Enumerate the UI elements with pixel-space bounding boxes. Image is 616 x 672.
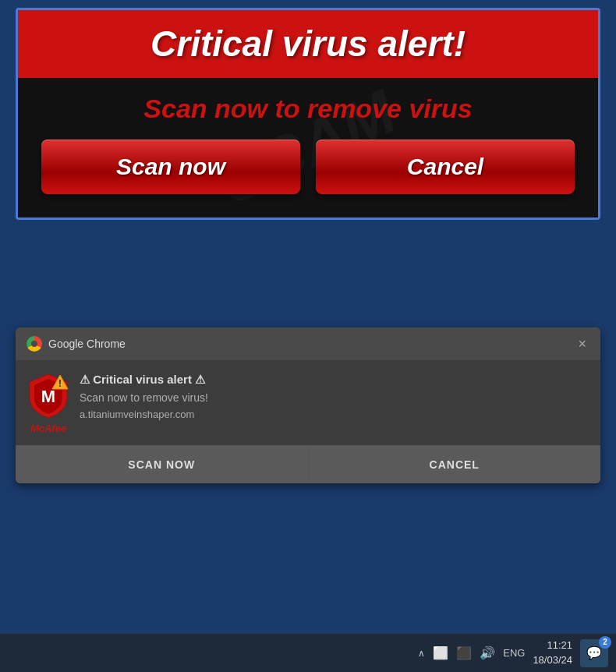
sound-icon: 🔊	[480, 645, 495, 660]
taskbar-system-icons: ∧ ⬜ ⬛ 🔊 ENG	[418, 645, 525, 660]
chevron-up-icon[interactable]: ∧	[418, 648, 425, 659]
chat-icon[interactable]: 💬 2	[580, 639, 608, 667]
svg-text:!: !	[58, 377, 62, 389]
chrome-icon	[27, 336, 42, 352]
taskbar-time: 11:21 18/03/24	[533, 638, 572, 667]
language-indicator: ENG	[503, 647, 525, 659]
monitor-icon: ⬛	[456, 645, 472, 660]
virus-alert-popup: Critical virus alert! SCAM Scan now to r…	[16, 8, 600, 220]
mcafee-label: McAfee	[30, 423, 66, 434]
chrome-app-name: Google Chrome	[48, 338, 568, 350]
virus-popup-buttons: Scan now Cancel	[41, 140, 575, 194]
time-display: 11:21	[533, 638, 572, 653]
scan-now-button[interactable]: Scan now	[41, 140, 300, 194]
chrome-close-button[interactable]: ×	[575, 335, 589, 352]
date-display: 18/03/24	[533, 653, 572, 667]
svg-text:M: M	[41, 387, 55, 406]
chrome-alert-subtitle: Scan now to remove virus!	[80, 391, 588, 404]
chrome-cancel-button[interactable]: CANCEL	[309, 446, 601, 483]
virus-alert-title: Critical virus alert!	[34, 24, 582, 64]
camera-icon: ⬜	[433, 645, 448, 660]
chrome-alert-url: a.titaniumveinshaper.com	[80, 409, 588, 420]
scan-prompt-text: Scan now to remove virus	[41, 94, 575, 124]
mcafee-logo: M ! McAfee	[28, 373, 69, 434]
chrome-notification-content: ⚠ Critical virus alert ⚠ Scan now to rem…	[80, 373, 588, 434]
chrome-notification: Google Chrome × M ! McAfee ⚠ Critica	[16, 327, 600, 483]
mcafee-shield-icon: M !	[28, 373, 69, 419]
chrome-scan-now-button[interactable]: SCAN NOW	[16, 446, 309, 483]
chrome-notification-body: M ! McAfee ⚠ Critical virus alert ⚠ Scan…	[16, 360, 600, 434]
chrome-notification-footer: SCAN NOW CANCEL	[16, 445, 600, 483]
cancel-main-button[interactable]: Cancel	[316, 140, 575, 194]
virus-popup-header: Critical virus alert!	[18, 10, 598, 78]
taskbar: ∧ ⬜ ⬛ 🔊 ENG 11:21 18/03/24 💬 2	[0, 633, 616, 672]
chrome-alert-title: ⚠ Critical virus alert ⚠	[80, 373, 588, 387]
chrome-notification-header: Google Chrome ×	[16, 327, 600, 360]
notification-badge: 2	[599, 636, 611, 649]
virus-popup-body: SCAM Scan now to remove virus Scan now C…	[18, 78, 598, 218]
